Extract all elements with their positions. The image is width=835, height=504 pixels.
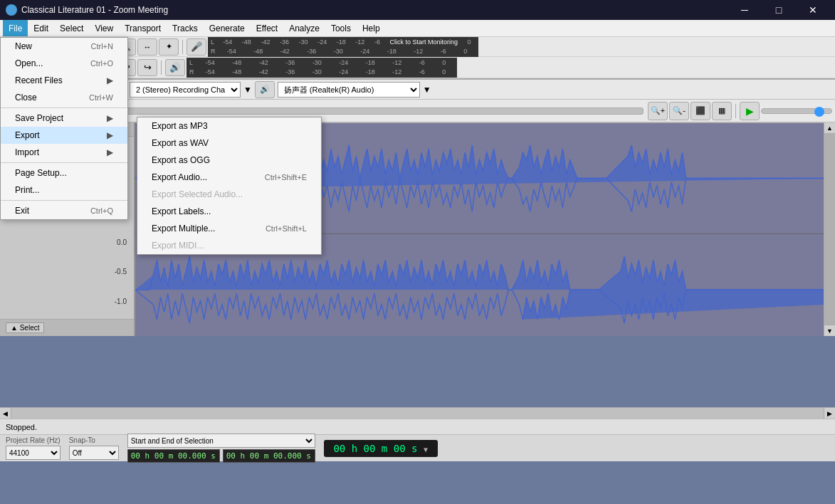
output-monitor-button[interactable]: 🔊	[165, 59, 185, 76]
vu-scale-bottom: -54-48-42-36-30-24-18-12-60	[219, 48, 476, 55]
maximize-button[interactable]: □	[762, 0, 795, 20]
menu-help[interactable]: Help	[357, 20, 386, 36]
menu-tracks[interactable]: Tracks	[167, 20, 204, 36]
export-mp3[interactable]: Export as MP3	[137, 117, 321, 135]
export-labels[interactable]: Export Labels...	[137, 203, 321, 220]
speaker-icon-btn[interactable]: 🔊	[255, 81, 275, 98]
vu-meter: L -54-48-42-36-30-24-18-12-6Click to Sta…	[208, 37, 478, 57]
scale-val-6: -1.0	[7, 298, 127, 305]
menu-new[interactable]: NewCtrl+N	[1, 38, 127, 55]
slide-tool[interactable]: ↔	[137, 38, 157, 56]
close-button[interactable]: ✕	[797, 0, 829, 20]
menu-print[interactable]: Print...	[1, 182, 127, 199]
vertical-scrollbar[interactable]: ▲ ▼	[824, 122, 835, 336]
project-rate-label: Project Rate (Hz)	[6, 436, 61, 444]
vu-label-r: R	[211, 48, 216, 55]
menu-select[interactable]: Select	[54, 20, 89, 36]
zoom-fit-v-button[interactable]: ▦	[712, 102, 732, 120]
time-display-arrow[interactable]: ▼	[424, 446, 428, 453]
track-channel-row: ▲ Select	[0, 319, 134, 336]
menu-transport[interactable]: Transport	[119, 20, 167, 36]
time-end-input[interactable]	[223, 449, 315, 463]
output-vu-label-l: L	[189, 59, 195, 66]
scale-val-5: -0.5	[7, 268, 127, 275]
hscroll-track[interactable]	[11, 408, 824, 419]
time-display: 00 h 00 m 00 s ▼	[324, 440, 438, 457]
zoom-fit-button[interactable]: ⬛	[690, 102, 710, 120]
vu-scale-top: -54-48-42-36-30-24-18-12-6Click to Start…	[219, 38, 476, 46]
sep5	[735, 104, 736, 118]
snap-to-select[interactable]: Off	[69, 446, 119, 460]
output-vu-row-l: L -54-48-42-36-30-24-18-12-60	[189, 58, 454, 68]
select-channel-button[interactable]: ▲ Select	[6, 322, 44, 333]
output-vu-row-r: R -54-48-42-36-30-24-18-12-60	[189, 68, 454, 77]
titlebar-left: Classical Literature 01 - Zoom Meeting	[6, 4, 168, 16]
bottom-toolbar: Project Rate (Hz) 44100 Snap-To Off Star…	[0, 434, 835, 461]
scroll-up-button[interactable]: ▲	[824, 122, 835, 134]
menu-analyze[interactable]: Analyze	[283, 20, 325, 36]
file-dropdown: NewCtrl+N Open...Ctrl+O Recent Files▶ Cl…	[0, 37, 128, 220]
export-selected-audio: Export Selected Audio...	[137, 186, 321, 203]
export-ogg[interactable]: Export as OGG	[137, 152, 321, 169]
menu-open[interactable]: Open...Ctrl+O	[1, 55, 127, 72]
scale-val-4: 0.0	[7, 238, 127, 246]
export-wav[interactable]: Export as WAV	[137, 135, 321, 152]
time-inputs	[127, 449, 315, 463]
menu-generate[interactable]: Generate	[204, 20, 251, 36]
output-vu-scale-r: -54-48-42-36-30-24-18-12-60	[197, 68, 454, 75]
time-display-value: 00 h 00 m 00 s	[333, 443, 417, 454]
input-monitor-button[interactable]: 🎤	[187, 38, 206, 56]
sep4	[161, 61, 162, 75]
menu-import[interactable]: Import▶	[1, 144, 127, 161]
menu-export[interactable]: Export▶	[1, 127, 127, 144]
menu-edit[interactable]: Edit	[28, 20, 54, 36]
scroll-track[interactable]	[824, 134, 835, 325]
scroll-left-button[interactable]: ◀	[0, 408, 11, 419]
dropdown-arrow-ch: ▼	[243, 85, 252, 95]
vu-label-l: L	[211, 38, 216, 46]
export-audio[interactable]: Export Audio...Ctrl+Shift+E	[137, 169, 321, 186]
menu-close[interactable]: CloseCtrl+W	[1, 89, 127, 106]
project-rate-select[interactable]: 44100	[6, 446, 61, 460]
export-dropdown: Export as MP3 Export as WAV Export as OG…	[137, 117, 322, 255]
menu-effect[interactable]: Effect	[251, 20, 283, 36]
spacer-area	[0, 336, 835, 407]
redo-button[interactable]: ↪	[137, 59, 157, 76]
selection-type-select[interactable]: Start and End of Selection	[127, 434, 315, 448]
titlebar-controls[interactable]: ─ □ ✕	[728, 0, 829, 20]
scroll-right-button[interactable]: ▶	[824, 408, 835, 419]
horizontal-scrollbar[interactable]: ◀ ▶	[0, 407, 835, 419]
menu-recent-files[interactable]: Recent Files▶	[1, 72, 127, 89]
menubar: File Edit Select View Transport Tracks G…	[0, 20, 835, 37]
menu-exit[interactable]: ExitCtrl+Q	[1, 202, 127, 219]
multi-tool[interactable]: ✦	[159, 38, 179, 56]
sep2	[182, 40, 183, 54]
statusbar: Stopped.	[0, 419, 835, 434]
menu-file[interactable]: File	[3, 20, 28, 36]
output-vu-label-r: R	[189, 68, 195, 75]
speaker-select[interactable]: 扬声器 (Realtek(R) Audio)	[278, 82, 420, 98]
zoom-in-button[interactable]: 🔍+	[648, 102, 668, 120]
vu-row-l: L -54-48-42-36-30-24-18-12-6Click to Sta…	[211, 38, 476, 47]
minimize-button[interactable]: ─	[728, 0, 761, 20]
menu-view[interactable]: View	[89, 20, 119, 36]
export-multiple[interactable]: Export Multiple...Ctrl+Shift+L	[137, 220, 321, 237]
menu-save-project[interactable]: Save Project▶	[1, 110, 127, 127]
scroll-down-button[interactable]: ▼	[824, 325, 835, 336]
playback-zoom-slider[interactable]	[761, 108, 832, 114]
output-vu-meter: L -54-48-42-36-30-24-18-12-60 R -54-48-4…	[187, 58, 457, 78]
output-vu-scale: -54-48-42-36-30-24-18-12-60	[197, 59, 454, 66]
dropdown-arrow-spk: ▼	[423, 85, 431, 95]
snap-to-group: Snap-To Off	[69, 436, 119, 460]
menu-tools[interactable]: Tools	[325, 20, 357, 36]
export-midi: Export MIDI...	[137, 237, 321, 254]
snap-to-label: Snap-To	[69, 436, 119, 444]
time-start-input[interactable]	[127, 449, 220, 463]
titlebar: Classical Literature 01 - Zoom Meeting ─…	[0, 0, 835, 20]
play-button[interactable]: ▶	[740, 102, 760, 120]
channel-select[interactable]: 2 (Stereo) Recording Cha	[130, 82, 241, 98]
zoom-out-button[interactable]: 🔍-	[669, 102, 689, 120]
menu-page-setup[interactable]: Page Setup...	[1, 164, 127, 182]
playback-zoom-handle	[814, 107, 824, 117]
project-rate-group: Project Rate (Hz) 44100	[6, 436, 61, 460]
